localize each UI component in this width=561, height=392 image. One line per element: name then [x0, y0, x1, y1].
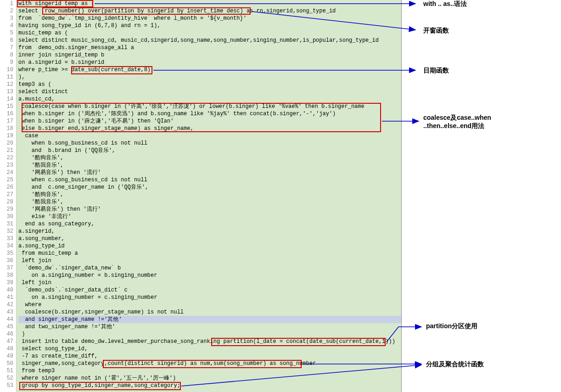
line-number: 14 [0, 95, 13, 103]
code-line[interactable]: where singer name not in ('霍','五一凡','厉一峰… [18, 375, 401, 382]
code-line[interactable]: with singerid temp as ( [18, 0, 401, 7]
code-line[interactable]: a.music_cd, [18, 95, 401, 103]
code-line[interactable]: insert into table demo_dw.level_member_p… [18, 338, 401, 345]
line-number: 48 [0, 345, 13, 353]
line-number: 42 [0, 301, 13, 308]
code-line[interactable]: '网易音乐') then '流行' [18, 169, 401, 176]
code-line[interactable]: select song_type_id, [18, 345, 401, 353]
code-line[interactable]: inner join singerid_temp b [18, 51, 401, 59]
line-number: 18 [0, 125, 13, 132]
line-number: 30 [0, 213, 13, 220]
code-line[interactable]: case [18, 132, 401, 140]
line-number: 10 [0, 66, 13, 73]
line-number: 5 [0, 29, 13, 37]
line-number: 9 [0, 59, 13, 66]
code-line[interactable]: ), [18, 73, 401, 81]
line-number: 46 [0, 330, 13, 338]
code-line[interactable]: where p_time >= date_sub(current_date,8) [18, 66, 401, 73]
code-line[interactable]: -7 as create_time_diff, [18, 353, 401, 360]
code-line[interactable]: a.song_type_id [18, 242, 401, 250]
code-line[interactable]: end as song_category, [18, 220, 401, 228]
code-line[interactable]: left join [18, 257, 401, 264]
line-number: 34 [0, 242, 13, 250]
code-line[interactable]: coalesce(b.singer,singer_stage_name) is … [18, 308, 401, 316]
code-line[interactable]: else '非流行' [18, 213, 401, 220]
code-line[interactable]: on a.singing_number = c.singing_number [18, 294, 401, 301]
code-line[interactable]: '酷我音乐', [18, 198, 401, 206]
code-line[interactable]: from temp3 [18, 367, 401, 375]
code-line[interactable]: when c.song_business_cd is not null [18, 176, 401, 184]
code-line[interactable]: select distinct [18, 88, 401, 95]
annotation-groupby-agg: 分组及聚合统计函数 [426, 360, 484, 369]
line-number: 27 [0, 191, 13, 198]
code-line[interactable]: and b.brand in ('QQ音乐', [18, 147, 401, 154]
code-line[interactable]: when b.song_business_cd is not null [18, 140, 401, 147]
line-number: 15 [0, 103, 13, 110]
annotation-coalesce-case: coalesce及case..when ..then..else..end用法 [423, 114, 491, 130]
code-line[interactable]: group by song_type_id,singer_name,song_c… [18, 382, 401, 389]
line-number: 6 [0, 37, 13, 44]
code-line[interactable]: when b.singer in ('薛之谦','毛不易') then 'QIa… [18, 118, 401, 125]
annotation-coalesce-line2: ..then..else..end用法 [423, 122, 484, 129]
code-line[interactable]: singer_name,song_category,count(distinct… [18, 360, 401, 367]
code-line[interactable]: on a.singing_number = b.singing_number [18, 272, 401, 279]
code-line[interactable]: and singer_stage_name !='其他' [18, 316, 401, 323]
code-line[interactable]: on a.singerid = b.singerid [18, 59, 401, 66]
line-number: 21 [0, 147, 13, 154]
line-number: 23 [0, 162, 13, 169]
line-number: 13 [0, 88, 13, 95]
annotation-date-function: 日期函数 [423, 67, 449, 75]
code-line[interactable]: temp3 as ( [18, 81, 401, 88]
line-number: 22 [0, 154, 13, 162]
line-number: 38 [0, 272, 13, 279]
line-number: 41 [0, 294, 13, 301]
line-number: 50 [0, 360, 13, 367]
code-line[interactable]: having song_type_id in (6,7,8) and rn = … [18, 22, 401, 29]
code-line[interactable]: music_temp as ( [18, 29, 401, 37]
code-line[interactable]: select row_number() over(partition by si… [18, 7, 401, 15]
code-line[interactable]: from music_temp a [18, 250, 401, 257]
code-line[interactable]: and two_singer_name !='其他' [18, 323, 401, 330]
code-line[interactable]: ) [18, 330, 401, 338]
line-number: 40 [0, 286, 13, 294]
code-line[interactable]: and c.one_singer_name in ('QQ音乐', [18, 184, 401, 191]
code-line[interactable]: when b.singer in ('周杰伦','陈奕迅') and b.son… [18, 110, 401, 118]
code-line[interactable]: '酷狗音乐', [18, 191, 401, 198]
line-number: 49 [0, 353, 13, 360]
line-number: 53 [0, 382, 13, 389]
code-line[interactable]: '酷狗音乐', [18, 154, 401, 162]
line-number: 17 [0, 118, 13, 125]
line-number: 11 [0, 73, 13, 81]
line-number: 20 [0, 140, 13, 147]
line-number: 29 [0, 206, 13, 213]
line-number: 4 [0, 22, 13, 29]
code-line[interactable]: '酷我音乐', [18, 162, 401, 169]
code-editor[interactable]: 1234567891011121314151617181920212223242… [0, 0, 402, 392]
annotation-window-function: 开窗函数 [423, 27, 449, 35]
line-number: 28 [0, 198, 13, 206]
line-number: 2 [0, 7, 13, 15]
annotation-partition: partition分区使用 [426, 322, 477, 330]
code-line[interactable]: '网易音乐') then '流行' [18, 206, 401, 213]
line-number: 7 [0, 44, 13, 51]
code-line[interactable]: where [18, 301, 401, 308]
line-number: 36 [0, 257, 13, 264]
code-line[interactable]: a.singerid, [18, 228, 401, 235]
line-number: 24 [0, 169, 13, 176]
code-line[interactable]: select distinct music_song_cd, music_cd,… [18, 37, 401, 44]
code-line[interactable]: else b.singer end,singer_stage_name) as … [18, 125, 401, 132]
code-line[interactable]: a.song_number, [18, 235, 401, 242]
line-number: 51 [0, 367, 13, 375]
code-line[interactable]: from `demo_dw`.`tmp_sing_identity_hive` … [18, 15, 401, 22]
code-content[interactable]: with singerid temp as (select row_number… [17, 0, 401, 389]
line-number: 19 [0, 132, 13, 140]
code-line[interactable]: left join [18, 279, 401, 286]
code-line[interactable]: `demo_dw`.`singer_data_new` b [18, 264, 401, 272]
line-number: 33 [0, 235, 13, 242]
code-line[interactable]: from demo_ods.singer_message_all a [18, 44, 401, 51]
line-number: 31 [0, 220, 13, 228]
code-line[interactable]: coalesce(case when b.singer in ('许嵩','徐良… [18, 103, 401, 110]
code-line[interactable]: `demo_ods`.`singer_data_dict` c [18, 286, 401, 294]
line-number: 35 [0, 250, 13, 257]
line-number: 47 [0, 338, 13, 345]
